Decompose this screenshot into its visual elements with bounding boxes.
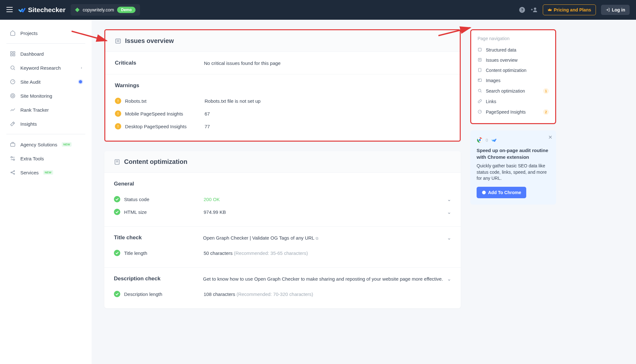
warning-row[interactable]: ! Desktop PageSpeed Insights 77 xyxy=(115,120,450,133)
annotation-arrow-icon xyxy=(72,29,110,46)
close-icon[interactable]: ✕ xyxy=(548,134,552,140)
nav-item-label: Issues overview xyxy=(486,58,518,63)
sitechecker-icon xyxy=(491,137,497,143)
nav-item-links[interactable]: Links xyxy=(471,96,555,107)
sidebar-item-insights[interactable]: Insights xyxy=(0,117,92,131)
sidebar-item-keyword[interactable]: Keyword Research › xyxy=(0,61,92,75)
svg-rect-27 xyxy=(479,68,481,72)
svg-point-29 xyxy=(479,80,479,80)
warnings-label: Warnings xyxy=(115,82,450,89)
external-link-icon[interactable]: ⧉ xyxy=(316,236,318,241)
sidebar-item-label: Insights xyxy=(20,121,37,127)
warning-row[interactable]: ! Robots.txt Robots.txt file is not set … xyxy=(115,94,450,107)
chevron-down-icon[interactable]: ⌄ xyxy=(447,235,451,241)
desc-check-label: Description check xyxy=(114,276,203,282)
sidebar-item-label: Site Monitoring xyxy=(20,93,52,99)
row-value: Robots.txt file is not set up xyxy=(205,98,450,104)
new-badge: NEW xyxy=(43,170,53,175)
nav-item-label: Links xyxy=(486,99,496,104)
nav-item-content[interactable]: Content optimization xyxy=(471,65,555,75)
sidebar-item-rank[interactable]: Rank Tracker xyxy=(0,103,92,117)
help-icon[interactable]: ? xyxy=(519,6,526,13)
sidebar-item-services[interactable]: Services NEW xyxy=(0,165,92,179)
svg-text:?: ? xyxy=(521,8,523,12)
share-icon xyxy=(10,169,16,176)
add-user-icon[interactable] xyxy=(531,6,538,13)
wand-icon xyxy=(10,121,16,127)
svg-point-30 xyxy=(478,89,481,92)
svg-point-8 xyxy=(11,66,14,69)
search-icon xyxy=(10,65,16,71)
check-icon xyxy=(114,196,120,202)
row-value: 108 characters (Recommended: 70-320 char… xyxy=(204,291,451,297)
check-icon xyxy=(114,209,120,215)
nav-item-label: Content optimization xyxy=(486,68,527,73)
content-row[interactable]: Description length 108 characters (Recom… xyxy=(114,288,451,300)
annotation-arrow-icon xyxy=(438,24,473,38)
row-label: Mobile PageSpeed Insights xyxy=(125,111,205,116)
document-icon xyxy=(478,68,483,73)
home-icon xyxy=(10,30,16,36)
brand-logo[interactable]: Sitechecker xyxy=(18,6,66,14)
chevron-down-icon[interactable]: ⌄ xyxy=(447,196,451,202)
nav-item-issues[interactable]: Issues overview xyxy=(471,55,555,65)
svg-line-18 xyxy=(72,31,107,41)
nav-item-images[interactable]: Images xyxy=(471,75,555,86)
nav-item-search[interactable]: Search optimization 1 xyxy=(471,86,555,96)
svg-rect-7 xyxy=(13,54,15,56)
svg-point-33 xyxy=(479,139,481,141)
login-button[interactable]: Log in xyxy=(601,5,630,15)
sidebar-item-dashboard[interactable]: Dashboard xyxy=(0,47,92,61)
content-row[interactable]: Status code 200 OK ⌄ xyxy=(114,193,451,206)
sidebar-item-extra[interactable]: Extra Tools xyxy=(0,151,92,165)
sidebar-item-agency[interactable]: Agency Solutions NEW xyxy=(0,137,92,151)
chevron-down-icon[interactable]: ⌄ xyxy=(447,276,451,282)
sidebar-item-monitoring[interactable]: Site Monitoring xyxy=(0,89,92,103)
content-optimization-card: Content optimization General Status code… xyxy=(104,151,461,308)
site-selector[interactable]: copywritely.com Demo xyxy=(71,4,140,16)
list-icon xyxy=(115,38,121,44)
sidebar-item-audit[interactable]: Site Audit xyxy=(0,75,92,89)
logo-icon xyxy=(18,6,25,14)
row-value: 67 xyxy=(205,111,450,116)
chrome-small-icon xyxy=(482,190,486,195)
nav-item-pagespeed[interactable]: PageSpeed Insights 2 xyxy=(471,107,555,117)
list-icon xyxy=(478,58,483,63)
row-label: Desktop PageSpeed Insights xyxy=(125,124,205,129)
nav-item-structured-data[interactable]: Structured data xyxy=(471,45,555,55)
chevron-down-icon[interactable]: ⌄ xyxy=(447,209,451,215)
svg-text:!: ! xyxy=(117,112,118,116)
sidebar-divider xyxy=(6,134,85,134)
svg-text:!: ! xyxy=(117,125,118,128)
svg-rect-12 xyxy=(10,143,15,146)
warning-icon: ! xyxy=(115,123,121,130)
row-value: 200 OK xyxy=(204,197,447,202)
site-icon xyxy=(75,8,80,12)
sidebar-item-label: Keyword Research xyxy=(20,65,61,71)
sidebar-item-label: Services xyxy=(20,170,39,175)
svg-line-24 xyxy=(438,28,470,36)
svg-rect-28 xyxy=(478,79,482,81)
data-icon xyxy=(478,47,483,52)
add-to-chrome-button[interactable]: Add To Chrome xyxy=(477,187,526,198)
pricing-button[interactable]: Pricing and Plans xyxy=(543,4,596,15)
content-row[interactable]: HTML size 974.99 KB ⌄ xyxy=(114,206,451,218)
tools-icon xyxy=(10,155,16,162)
sidebar-item-label: Dashboard xyxy=(20,51,44,57)
issues-overview-card: Issues overview Criticals No critical is… xyxy=(104,29,461,142)
title-check-label: Title check xyxy=(114,234,203,241)
link-icon xyxy=(478,99,483,104)
nav-item-label: Search optimization xyxy=(486,88,525,94)
sidebar-item-label: Site Audit xyxy=(20,79,40,85)
image-icon xyxy=(478,78,483,83)
promo-icons: ⟨⟩ xyxy=(477,137,550,143)
warning-row[interactable]: ! Mobile PageSpeed Insights 67 xyxy=(115,107,450,120)
row-label: Status code xyxy=(124,197,204,202)
gauge-icon xyxy=(478,109,483,115)
promo-title: Speed up on-page audit routine with Chro… xyxy=(477,147,550,160)
content-row[interactable]: Title length 50 characters (Recommended:… xyxy=(114,247,451,259)
check-icon xyxy=(114,291,120,297)
hamburger-icon[interactable] xyxy=(6,6,13,14)
new-badge: NEW xyxy=(62,142,72,147)
count-badge: 2 xyxy=(543,109,549,115)
